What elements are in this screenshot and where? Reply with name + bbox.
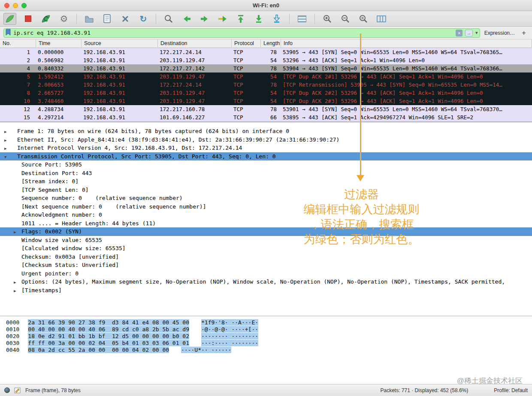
column-header-time[interactable]: Time xyxy=(36,39,82,48)
column-header-length[interactable]: Length xyxy=(261,39,281,48)
packet-cell: 192.168.43.91 xyxy=(82,48,158,56)
restart-capture-icon[interactable] xyxy=(39,13,52,25)
detail-text: Destination Port: 443 xyxy=(21,170,92,176)
packet-cell: [TCP Dup ACK 2#3] 53296 → 443 [ACK] Seq=… xyxy=(281,97,532,105)
expression-button[interactable]: Expression… xyxy=(484,30,515,36)
collapsed-arrow-icon[interactable]: ▶ xyxy=(14,278,21,287)
packet-row[interactable]: 10.000000192.168.43.91172.217.24.14TCP78… xyxy=(0,48,532,56)
save-file-icon[interactable] xyxy=(101,13,114,25)
detail-line[interactable]: ▶[Timestamps] xyxy=(0,286,532,295)
detail-line[interactable]: [Checksum Status: Unverified] xyxy=(0,261,532,269)
hex-row[interactable]: 00002a 31 66 39 90 27 38 f9 d3 84 41 e4 … xyxy=(0,319,532,326)
detail-line[interactable]: Urgent pointer: 0 xyxy=(0,269,532,278)
expert-info-icon[interactable] xyxy=(4,387,10,393)
packet-cell: 4.288734 xyxy=(36,105,82,113)
go-forward-icon[interactable] xyxy=(198,13,211,25)
zoom-out-icon[interactable] xyxy=(339,13,352,25)
collapsed-arrow-icon[interactable]: ▶ xyxy=(4,145,17,153)
apply-filter-icon[interactable]: → xyxy=(465,30,473,36)
close-file-icon[interactable] xyxy=(119,13,132,25)
hex-bytes[interactable]: 00 40 00 00 40 00 40 06 89 cd c0 a8 2b 5… xyxy=(28,326,189,333)
colorize-icon[interactable] xyxy=(296,13,308,25)
hex-bytes[interactable]: 2a 31 66 39 90 27 38 f9 d3 84 41 e4 08 0… xyxy=(28,319,189,326)
open-file-icon[interactable] xyxy=(83,13,96,25)
packet-row[interactable]: 103.748460192.168.43.91203.119.129.47TCP… xyxy=(0,97,532,105)
detail-line[interactable]: Window size value: 65535 xyxy=(0,236,532,245)
annotation-text: 过滤器编辑框中输入过滤规则，语法正确，搜索框为绿色；否则为红色。 xyxy=(279,187,444,247)
find-packet-icon[interactable] xyxy=(162,13,175,25)
go-to-top-icon[interactable] xyxy=(234,13,247,25)
zoom-original-icon[interactable] xyxy=(357,13,370,25)
hex-bytes[interactable]: ff ff 00 3a 00 00 02 04 05 b4 01 03 03 0… xyxy=(28,340,189,346)
column-header-destination[interactable]: Destination xyxy=(158,39,232,48)
detail-line[interactable]: ▶Ethernet II, Src: Apple_84:41:e4 (38:f9… xyxy=(0,136,532,144)
stop-capture-icon[interactable] xyxy=(21,13,34,25)
reload-file-icon[interactable]: ↻ xyxy=(137,13,150,25)
hex-dump-pane: 00002a 31 66 39 90 27 38 f9 d3 84 41 e4 … xyxy=(0,317,532,384)
column-header-protocol[interactable]: Protocol xyxy=(232,39,261,48)
column-header-source[interactable]: Source xyxy=(82,39,158,48)
status-profile[interactable]: Profile: Default xyxy=(494,387,528,393)
detail-line[interactable]: Checksum: 0x003a [unverified] xyxy=(0,253,532,261)
detail-line[interactable]: ▶Options: (24 bytes), Maximum segment si… xyxy=(0,278,532,286)
hex-row[interactable]: 0030ff ff 00 3a 00 00 02 04 05 b4 01 03 … xyxy=(0,340,532,347)
packet-row[interactable]: 124.288734192.168.43.91172.217.160.78TCP… xyxy=(0,105,532,113)
packet-cell: 66 xyxy=(261,113,281,121)
detail-line[interactable]: 1011 .... = Header Length: 44 bytes (11) xyxy=(0,219,532,228)
detail-line[interactable]: Sequence number: 0 (relative sequence nu… xyxy=(0,194,532,203)
packet-cell: 54 xyxy=(261,97,281,105)
display-filter-text[interactable]: ip.src eq 192.168.43.91 xyxy=(13,30,453,36)
packet-row[interactable]: 82.665727192.168.43.91203.119.129.47TCP5… xyxy=(0,89,532,97)
hex-bytes[interactable]: 18 0e d2 91 01 bb 1b bf 12 d5 00 00 00 0… xyxy=(28,333,189,339)
go-to-packet-icon[interactable] xyxy=(216,13,229,25)
hex-row[interactable]: 004008 0a 2d cc 55 2a 00 00 00 00 04 02 … xyxy=(0,347,532,354)
packet-row[interactable]: 72.006653192.168.43.91172.217.24.14TCP78… xyxy=(0,81,532,89)
detail-text: [Checksum Status: Unverified] xyxy=(21,262,119,268)
detail-line[interactable]: Source Port: 53905 xyxy=(0,160,532,169)
packet-cell: 172.217.160.78 xyxy=(158,105,232,113)
go-to-bottom-icon[interactable] xyxy=(252,13,265,25)
packet-cell: 15 xyxy=(0,113,36,121)
column-header-info[interactable]: Info xyxy=(281,39,532,48)
collapsed-arrow-icon[interactable]: ▶ xyxy=(4,128,17,136)
hex-ascii[interactable]: ···:···· ········ xyxy=(201,340,258,346)
packet-row[interactable]: 154.297214192.168.43.91101.69.146.227TCP… xyxy=(0,113,532,121)
display-filter-input[interactable]: ip.src eq 192.168.43.91 × → ▾ xyxy=(3,28,480,38)
capture-options-gear-icon[interactable]: ⚙ xyxy=(57,13,70,25)
packet-row[interactable]: 20.506982192.168.43.91203.119.129.47TCP5… xyxy=(0,56,532,64)
hex-ascii[interactable]: *1f9·'8· ··A···E· xyxy=(201,319,258,326)
detail-line[interactable]: [Next sequence number: 0 (relative seque… xyxy=(0,203,532,211)
clear-filter-icon[interactable]: × xyxy=(456,30,462,36)
auto-scroll-icon[interactable] xyxy=(270,13,283,25)
hex-ascii[interactable]: ·@··@·@· ····+[·· xyxy=(201,326,258,333)
detail-line[interactable]: Acknowledgment number: 0 xyxy=(0,211,532,219)
collapsed-arrow-icon[interactable]: ▶ xyxy=(14,287,21,296)
go-back-icon[interactable] xyxy=(180,13,193,25)
start-capture-fin-icon[interactable] xyxy=(3,13,16,25)
detail-line[interactable]: ▼Transmission Control Protocol, Src Port… xyxy=(0,152,532,161)
detail-line[interactable]: ▶Internet Protocol Version 4, Src: 192.1… xyxy=(0,144,532,152)
resize-columns-icon[interactable] xyxy=(375,13,388,25)
column-header-no[interactable]: No. xyxy=(0,39,36,48)
hex-ascii[interactable]: ··-·U*·· ······ xyxy=(181,347,231,353)
detail-line[interactable]: [TCP Segment Len: 0] xyxy=(0,186,532,194)
packet-row[interactable]: 40.840332192.168.43.91172.217.27.142TCP7… xyxy=(0,64,532,73)
packet-row[interactable]: 51.592412192.168.43.91203.119.129.47TCP5… xyxy=(0,73,532,81)
capture-comment-icon[interactable] xyxy=(14,387,21,394)
detail-line[interactable]: ▶Flags: 0x002 (SYN) xyxy=(0,227,532,236)
zoom-in-icon[interactable] xyxy=(321,13,334,25)
filter-dropdown-caret-icon[interactable]: ▾ xyxy=(475,30,478,36)
hex-bytes[interactable]: 08 0a 2d cc 55 2a 00 00 00 00 04 02 00 0… xyxy=(28,347,169,353)
detail-text: [TCP Segment Len: 0] xyxy=(21,187,89,193)
hex-row[interactable]: 002018 0e d2 91 01 bb 1b bf 12 d5 00 00 … xyxy=(0,333,532,340)
filter-bookmark-icon[interactable] xyxy=(6,29,11,37)
add-filter-button[interactable]: + xyxy=(519,29,529,37)
collapsed-arrow-icon[interactable]: ▶ xyxy=(14,228,21,237)
hex-row[interactable]: 001000 40 00 00 40 00 40 06 89 cd c0 a8 … xyxy=(0,326,532,333)
detail-line[interactable]: ▶Frame 1: 78 bytes on wire (624 bits), 7… xyxy=(0,127,532,136)
packet-cell: 203.119.129.47 xyxy=(158,97,232,105)
hex-ascii[interactable]: ········ ········ xyxy=(201,333,258,339)
detail-line[interactable]: [Stream index: 0] xyxy=(0,177,532,186)
detail-line[interactable]: [Calculated window size: 65535] xyxy=(0,244,532,253)
detail-line[interactable]: Destination Port: 443 xyxy=(0,169,532,178)
